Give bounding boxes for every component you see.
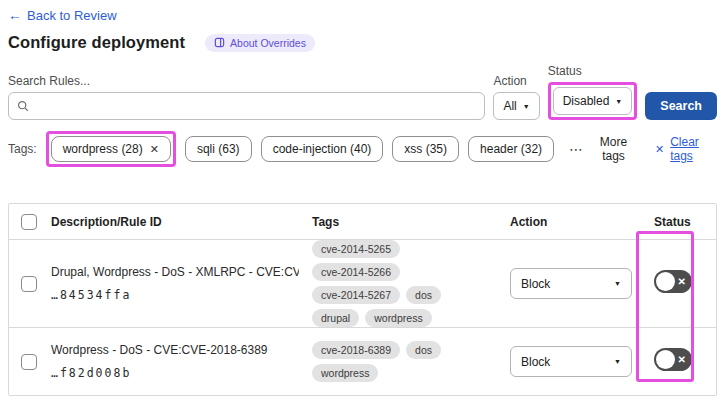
search-rules-label: Search Rules... [8,74,485,88]
tag-chip-label: xss (35) [404,142,447,156]
header-row: Configure deployment About Overrides [8,33,717,52]
rule-description: Wordpress - DoS - CVE:CVE-2018-6389 [51,343,299,359]
column-header-description: Description/Rule ID [45,215,309,229]
rule-tag-pill: drupal [312,309,359,327]
rule-status-cell: ✕ [647,270,716,297]
rule-id: …f82d008b [51,366,299,380]
about-overrides-label: About Overrides [230,37,306,49]
docs-icon [214,37,225,48]
status-label: Status [548,64,638,78]
row-checkbox[interactable] [21,354,37,370]
tag-chip[interactable]: wordpress (28)✕ [51,136,171,162]
rule-id: …84534ffa [51,288,299,302]
tag-chip[interactable]: code-injection (40) [261,136,384,162]
ellipsis-icon: ⋯ [569,141,584,157]
row-checkbox-cell [9,354,45,370]
column-header-tags: Tags [309,215,507,229]
rule-tag-pill: cve-2014-5266 [312,263,400,281]
x-icon: ✕ [678,277,686,287]
status-dropdown-value: Disabled [563,94,610,108]
selected-tag-highlight-box: wordpress (28)✕ [46,131,176,167]
action-select[interactable]: Block▼ [510,346,632,377]
action-select-value: Block [521,277,550,291]
rule-action-cell: Block▼ [507,268,647,299]
column-header-action: Action [507,215,647,229]
action-select-value: Block [521,355,550,369]
table-header-row: Description/Rule ID Tags Action Status [9,204,716,240]
rule-description-cell: Wordpress - DoS - CVE:CVE-2018-6389…f82d… [45,343,309,380]
clear-tags-label: Clear tags [670,135,717,163]
x-icon: ✕ [655,143,664,156]
more-tags-button[interactable]: ⋯ More tags [569,135,636,163]
row-checkbox[interactable] [21,276,37,292]
tag-chip-label: wordpress (28) [63,142,143,156]
table-body: Drupal, Wordpress - DoS - XMLRPC - CVE:C… [9,240,716,395]
chevron-down-icon: ▼ [614,280,621,287]
status-toggle[interactable]: ✕ [654,270,692,293]
page-title: Configure deployment [8,33,185,52]
status-dropdown-highlight-box: Disabled ▼ [548,82,638,120]
action-select[interactable]: Block▼ [510,268,632,299]
tags-bar: Tags: wordpress (28)✕sqli (63)code-injec… [8,131,717,167]
rules-table: Description/Rule ID Tags Action Status D… [8,203,717,396]
chevron-down-icon: ▼ [614,358,621,365]
tag-chip[interactable]: xss (35) [392,136,459,162]
rule-tags-cell: cve-2018-6389doswordpress [309,341,507,382]
tags-label: Tags: [8,142,37,156]
select-all-checkbox[interactable] [21,214,37,230]
rule-tag-pill: cve-2014-5267 [312,286,400,304]
tag-chip-label: header (32) [480,142,542,156]
rule-description-cell: Drupal, Wordpress - DoS - XMLRPC - CVE:C… [45,265,309,302]
rule-tag-pill: dos [406,341,441,359]
table-row: Wordpress - DoS - CVE:CVE-2018-6389…f82d… [9,328,716,395]
rule-tag-pill: wordpress [365,309,431,327]
column-header-status: Status [647,215,716,229]
remove-tag-icon[interactable]: ✕ [150,143,159,156]
clear-tags-link[interactable]: ✕ Clear tags [655,135,717,163]
search-box [8,92,485,120]
status-toggle[interactable]: ✕ [654,348,692,371]
rule-tag-pill: cve-2018-6389 [312,341,400,359]
rule-tag-pill: cve-2014-5265 [312,240,400,258]
search-input[interactable] [35,99,476,113]
chevron-down-icon: ▼ [523,103,530,110]
toggle-knob [656,272,675,291]
tag-chip-label: sqli (63) [197,142,240,156]
rule-tags-cell: cve-2014-5265cve-2014-5266cve-2014-5267d… [309,240,507,327]
row-checkbox-cell [9,276,45,292]
tag-chip[interactable]: sqli (63) [185,136,252,162]
action-dropdown-value: All [503,99,516,113]
status-dropdown[interactable]: Disabled ▼ [553,87,633,115]
filter-bar: Search Rules... Action All ▼ Status Disa… [8,64,717,120]
action-dropdown[interactable]: All ▼ [493,92,539,120]
table-row: Drupal, Wordpress - DoS - XMLRPC - CVE:C… [9,240,716,328]
rule-tag-pill: dos [406,286,441,304]
about-overrides-badge[interactable]: About Overrides [205,34,315,52]
x-icon: ✕ [678,355,686,365]
rule-description: Drupal, Wordpress - DoS - XMLRPC - CVE:C… [51,265,299,281]
more-tags-label: More tags [591,135,636,163]
tag-chip-label: code-injection (40) [273,142,372,156]
search-button[interactable]: Search [645,92,717,120]
rule-tag-pill: wordpress [312,364,378,382]
page: ← Back to Review Configure deployment Ab… [0,0,725,406]
back-link[interactable]: ← Back to Review [8,7,117,23]
back-link-label: Back to Review [27,8,117,23]
back-arrow-icon: ← [8,7,22,23]
search-icon [17,100,29,112]
rule-action-cell: Block▼ [507,346,647,377]
tag-chip[interactable]: header (32) [468,136,554,162]
toggle-knob [656,350,675,369]
rule-status-cell: ✕ [647,348,716,375]
chevron-down-icon: ▼ [615,98,622,105]
action-label: Action [493,74,539,88]
